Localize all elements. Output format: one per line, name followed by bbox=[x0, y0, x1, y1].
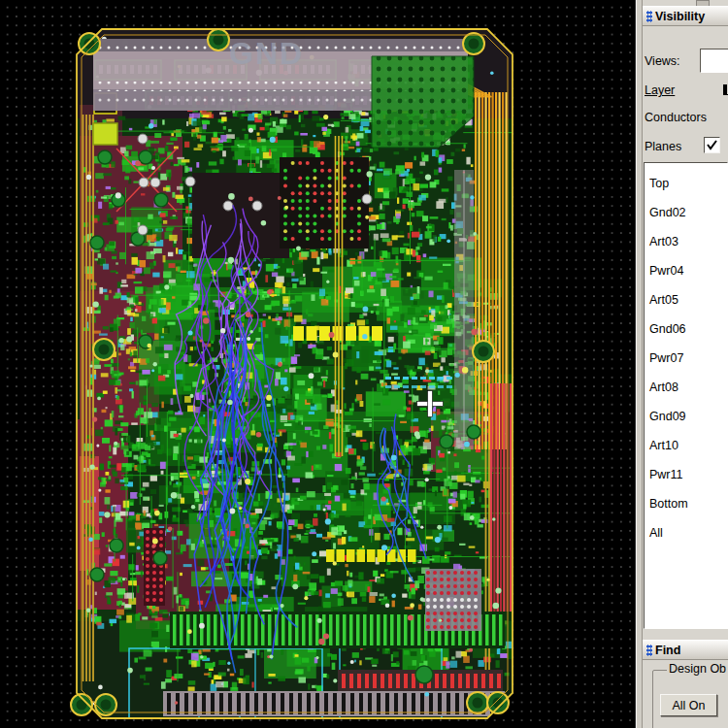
visibility-panel-header[interactable]: Visibility bbox=[643, 6, 728, 26]
clipped-column-header[interactable] bbox=[723, 84, 728, 95]
layer-item-all[interactable]: All bbox=[645, 518, 727, 547]
layer-item-art10[interactable]: Art10 bbox=[645, 431, 727, 460]
find-panel-body: Design Ob All On bbox=[643, 661, 728, 728]
layer-item-gnd09[interactable]: Gnd09 bbox=[645, 402, 727, 431]
layer-item-art08[interactable]: Art08 bbox=[645, 373, 727, 402]
layer-item-pwr04[interactable]: Pwr04 bbox=[645, 256, 727, 285]
all-on-button[interactable]: All On bbox=[660, 694, 717, 716]
layer-item-gnd06[interactable]: Gnd06 bbox=[645, 314, 727, 344]
layer-list: Top Gnd02 Art03 Pwr04 Art05 Gnd06 Pwr07 … bbox=[644, 162, 728, 629]
panel-grip-icon bbox=[646, 645, 652, 656]
panel-grip-icon bbox=[646, 11, 652, 22]
panel-splitter[interactable] bbox=[635, 0, 643, 728]
layer-item-pwr07[interactable]: Pwr07 bbox=[645, 344, 727, 373]
visibility-panel: Visibility Views: Layer Conductors Plane… bbox=[643, 0, 728, 728]
layer-item-top[interactable]: Top bbox=[645, 169, 727, 198]
design-object-group-label: Design Ob bbox=[667, 662, 728, 676]
find-panel-header[interactable]: Find bbox=[643, 640, 728, 660]
planes-checkbox[interactable] bbox=[704, 137, 720, 153]
conductors-row-label[interactable]: Conductors bbox=[645, 111, 707, 124]
planes-row-label[interactable]: Planes bbox=[645, 140, 681, 153]
pcb-editor-window: GND Visibility Vi bbox=[0, 0, 728, 728]
pcb-canvas[interactable]: GND bbox=[0, 0, 635, 728]
layer-item-art05[interactable]: Art05 bbox=[645, 285, 727, 314]
layer-column-header[interactable]: Layer bbox=[645, 83, 675, 97]
gnd-net-label: GND bbox=[229, 36, 304, 71]
pcb-board-graphic: GND bbox=[0, 0, 635, 728]
visibility-panel-title: Visibility bbox=[655, 10, 705, 23]
views-combobox[interactable] bbox=[700, 49, 728, 73]
layer-item-gnd02[interactable]: Gnd02 bbox=[645, 198, 727, 227]
layer-item-pwr11[interactable]: Pwr11 bbox=[645, 460, 727, 489]
layer-item-bottom[interactable]: Bottom bbox=[645, 489, 727, 518]
checkbox-check-icon bbox=[706, 139, 718, 151]
find-panel-title: Find bbox=[655, 644, 680, 657]
layer-item-art03[interactable]: Art03 bbox=[645, 227, 727, 256]
